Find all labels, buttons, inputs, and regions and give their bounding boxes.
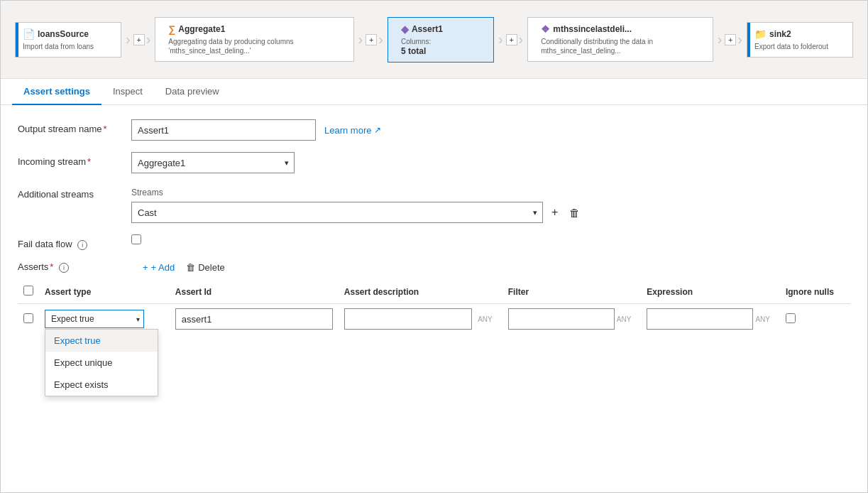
row-checkbox[interactable] — [23, 313, 33, 323]
arrow-4: › — [718, 31, 723, 48]
pipeline-header: 📄 loansSource Import data from loans › +… — [1, 1, 867, 79]
assert-id-cell — [170, 304, 339, 335]
external-link-icon: ↗ — [374, 125, 381, 135]
dropdown-option-expect-true[interactable]: Expect true — [45, 330, 158, 352]
additional-streams-label: Additional streams — [18, 185, 131, 200]
col-filter: Filter — [502, 280, 642, 304]
assert-type-dropdown: Expect true Expect unique Expect exists … — [45, 310, 144, 328]
streams-dropdown-container: Cast Aggregate1 loansSource ▾ — [131, 202, 543, 223]
filter-input-container: ANY — [508, 308, 636, 330]
ignore-nulls-checkbox[interactable] — [786, 313, 796, 323]
pipeline-node-loanssource[interactable]: 📄 loansSource Import data from loans — [15, 22, 121, 58]
fail-data-flow-controls — [131, 234, 850, 244]
node-desc: Import data from loans — [23, 42, 111, 51]
dropdown-option-expect-exists[interactable]: Expect exists — [45, 374, 158, 396]
main-content: Output stream name* Learn more ↗ Incomin… — [1, 105, 867, 492]
tab-data-preview[interactable]: Data preview — [154, 79, 231, 105]
arrow-2: › — [358, 31, 363, 48]
streams-select[interactable]: Cast Aggregate1 loansSource — [131, 202, 543, 223]
trash-icon: 🗑 — [569, 207, 580, 219]
description-input-container: ANY — [344, 308, 497, 330]
asserts-label: Asserts* i — [18, 261, 131, 273]
pipeline-node-assert1[interactable]: ◆ Assert1 Columns: 5 total — [388, 17, 494, 63]
assert-type-select[interactable]: Expect true Expect unique Expect exists — [45, 310, 144, 328]
pipeline-node-sink2[interactable]: 📁 sink2 Export data to folderout — [747, 22, 853, 58]
assert-description-input[interactable] — [344, 308, 472, 330]
arrow-1: › — [126, 31, 131, 48]
node-icon: 📄 — [23, 28, 35, 40]
add-node-btn-3[interactable]: + — [506, 34, 517, 45]
add-node-btn-2[interactable]: + — [366, 34, 377, 45]
arrow-1b: › — [146, 31, 151, 48]
expression-any-label: ANY — [755, 315, 770, 323]
add-stream-button[interactable]: + — [549, 203, 561, 222]
assert-description-cell: ANY — [339, 304, 502, 335]
fail-data-flow-label: Fail data flow i — [18, 234, 131, 250]
asserts-actions: + + Add 🗑 Delete — [143, 262, 225, 273]
delete-stream-button[interactable]: 🗑 — [566, 204, 583, 222]
ignore-nulls-cell — [780, 304, 850, 335]
plus-icon: + — [551, 206, 558, 219]
node-title-assert: ◆ Assert1 — [401, 23, 483, 35]
assert-type-cell: Expect true Expect unique Expect exists … — [39, 304, 170, 335]
fail-data-flow-checkbox[interactable] — [131, 234, 141, 244]
expression-input-container: ANY — [647, 308, 774, 330]
incoming-stream-row: Incoming stream* Aggregate1 loansSource … — [18, 152, 850, 173]
arrow-4b: › — [737, 31, 742, 48]
output-stream-label: Output stream name* — [18, 119, 131, 134]
node-title-mths: ❖ mthssincelastdeli... — [541, 23, 702, 35]
col-expression: Expression — [641, 280, 780, 304]
add-node-btn-1[interactable]: + — [133, 34, 145, 45]
sink-icon: 📁 — [754, 28, 767, 40]
incoming-stream-controls: Aggregate1 loansSource ▾ — [131, 152, 850, 173]
filter-input[interactable] — [508, 308, 615, 330]
tab-assert-settings[interactable]: Assert settings — [12, 79, 101, 105]
output-stream-input[interactable] — [131, 119, 316, 141]
aggregate-icon: ∑ — [168, 23, 175, 35]
delete-assert-button[interactable]: 🗑 Delete — [186, 262, 225, 273]
pipeline-canvas: 📄 loansSource Import data from loans › +… — [12, 11, 856, 68]
delete-icon: 🗑 — [186, 262, 195, 273]
assert-type-popup: Expect true Expect unique Expect exists — [45, 329, 158, 396]
main-window: 📄 loansSource Import data from loans › +… — [0, 0, 868, 493]
expression-cell: ANY — [641, 304, 780, 335]
tab-inspect[interactable]: Inspect — [101, 79, 154, 105]
node-columns-count: 5 total — [401, 46, 483, 56]
asserts-row: Asserts* i + + Add 🗑 Delete — [18, 261, 850, 334]
fail-data-flow-row: Fail data flow i — [18, 234, 850, 250]
output-stream-row: Output stream name* Learn more ↗ — [18, 119, 850, 141]
arrow-2b: › — [378, 31, 383, 48]
streams-row: Cast Aggregate1 loansSource ▾ + 🗑 — [131, 202, 583, 223]
asserts-info-icon: i — [59, 263, 69, 273]
col-assert-type: Assert type — [39, 280, 170, 304]
add-node-btn-4[interactable]: + — [725, 34, 736, 45]
table-select-all-checkbox[interactable] — [23, 286, 33, 296]
node-title-sink: 📁 sink2 — [754, 28, 842, 40]
streams-sublabel: Streams — [131, 188, 583, 197]
asserts-table-container: Assert type Assert Id Assert description… — [18, 280, 850, 334]
description-any-label: ANY — [478, 315, 493, 323]
pipeline-node-mths[interactable]: ❖ mthssincelastdeli... Conditionally dis… — [527, 17, 713, 62]
incoming-stream-dropdown: Aggregate1 loansSource ▾ — [131, 152, 295, 173]
node-desc-mths: Conditionally distributing the data in m… — [541, 37, 702, 55]
filter-cell: ANY — [502, 304, 642, 335]
col-assert-description: Assert description — [339, 280, 502, 304]
table-row: Expect true Expect unique Expect exists … — [18, 304, 850, 335]
arrow-3b: › — [519, 31, 524, 48]
node-desc-agg: Aggregating data by producing columns 'm… — [168, 37, 343, 55]
pipeline-node-aggregate1[interactable]: ∑ Aggregate1 Aggregating data by produci… — [155, 17, 353, 62]
assert-id-input[interactable] — [175, 308, 333, 330]
node-title-agg: ∑ Aggregate1 — [168, 23, 343, 35]
node-title: 📄 loansSource — [23, 28, 111, 40]
node-columns-label: Columns: — [401, 37, 483, 46]
mths-icon: ❖ — [541, 23, 550, 35]
expression-input[interactable] — [647, 308, 753, 330]
output-stream-controls: Learn more ↗ — [131, 119, 850, 141]
col-assert-id: Assert Id — [170, 280, 339, 304]
incoming-stream-select[interactable]: Aggregate1 loansSource — [131, 152, 295, 173]
tabs-bar: Assert settings Inspect Data preview — [1, 79, 867, 105]
learn-more-link[interactable]: Learn more ↗ — [324, 125, 381, 136]
add-assert-button[interactable]: + + Add — [143, 262, 175, 273]
dropdown-option-expect-unique[interactable]: Expect unique — [45, 352, 158, 374]
streams-section: Streams Cast Aggregate1 loansSource ▾ + — [131, 188, 583, 223]
